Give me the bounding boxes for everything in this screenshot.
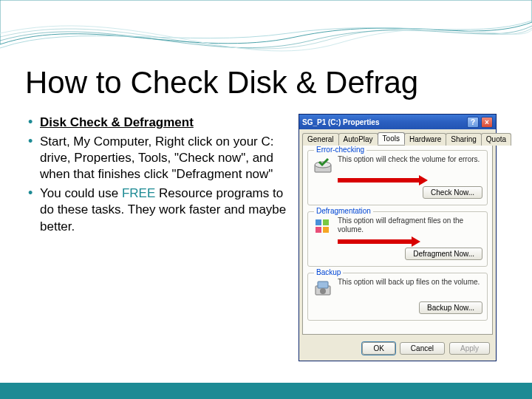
- tab-quota[interactable]: Quota: [481, 133, 511, 146]
- tab-strip: General AutoPlay Tools Hardware Sharing …: [299, 129, 496, 145]
- defrag-icon: [313, 216, 333, 237]
- bullet-2: Start, My Computer, Right click on your …: [25, 134, 287, 183]
- disk-check-icon: [313, 155, 333, 176]
- bullet-1-text: Disk Check & Defragment: [40, 115, 194, 129]
- tab-hardware[interactable]: Hardware: [404, 133, 446, 146]
- group-label-backup: Backup: [314, 268, 343, 276]
- wave-decoration: [0, 0, 532, 66]
- tab-general[interactable]: General: [302, 133, 339, 146]
- dialog-button-row: OK Cancel Apply: [299, 338, 496, 361]
- group-label-defrag: Defragmentation: [314, 207, 373, 215]
- defragment-now-button[interactable]: Defragment Now...: [405, 248, 482, 260]
- tab-autoplay[interactable]: AutoPlay: [338, 133, 378, 146]
- bullet-1: Disk Check & Defragment: [25, 115, 287, 131]
- group-error-checking: Error-checking This option will check th…: [307, 150, 488, 205]
- svg-point-8: [320, 288, 326, 294]
- dialog-title: SG_P1 (C:) Properties: [302, 118, 379, 126]
- bullet-2-text: Start, My Computer, Right click on your …: [40, 134, 274, 181]
- group-label-error: Error-checking: [314, 146, 366, 154]
- group-text-defrag: This option will defragment files on the…: [338, 216, 482, 234]
- group-text-backup: This option will back up files on the vo…: [338, 278, 482, 287]
- close-button[interactable]: ×: [481, 117, 493, 128]
- help-button[interactable]: ?: [467, 117, 479, 128]
- red-arrow-1: [338, 177, 482, 183]
- backup-now-button[interactable]: Backup Now...: [419, 301, 482, 314]
- red-arrow-2: [338, 239, 482, 245]
- slide: How to Check Disk & Defrag Disk Check & …: [0, 0, 532, 399]
- svg-rect-7: [318, 282, 328, 288]
- dialog-titlebar[interactable]: SG_P1 (C:) Properties ? ×: [299, 115, 496, 129]
- svg-rect-3: [323, 219, 329, 225]
- group-defragmentation: Defragmentation This option will defragm…: [307, 211, 488, 267]
- bottom-band: [0, 383, 532, 399]
- check-now-button[interactable]: Check Now...: [423, 186, 482, 199]
- tab-body-tools: Error-checking This option will check th…: [302, 145, 493, 335]
- group-backup: Backup This option will back up files on…: [307, 273, 488, 321]
- properties-dialog: SG_P1 (C:) Properties ? × General AutoPl…: [299, 114, 497, 361]
- backup-icon: [313, 278, 333, 299]
- apply-button[interactable]: Apply: [449, 342, 490, 355]
- slide-title: How to Check Disk & Defrag: [25, 65, 418, 100]
- cancel-button[interactable]: Cancel: [400, 342, 445, 355]
- tab-sharing[interactable]: Sharing: [446, 133, 481, 146]
- bullet-3: You could use FREE Resource programs to …: [25, 185, 287, 234]
- ok-button[interactable]: OK: [362, 342, 395, 355]
- svg-rect-5: [323, 227, 329, 233]
- group-text-error: This option will check the volume for er…: [338, 155, 482, 164]
- slide-body: Disk Check & Defragment Start, My Comput…: [25, 115, 287, 238]
- tab-tools[interactable]: Tools: [378, 132, 405, 145]
- svg-rect-4: [316, 227, 321, 233]
- svg-rect-2: [316, 219, 321, 225]
